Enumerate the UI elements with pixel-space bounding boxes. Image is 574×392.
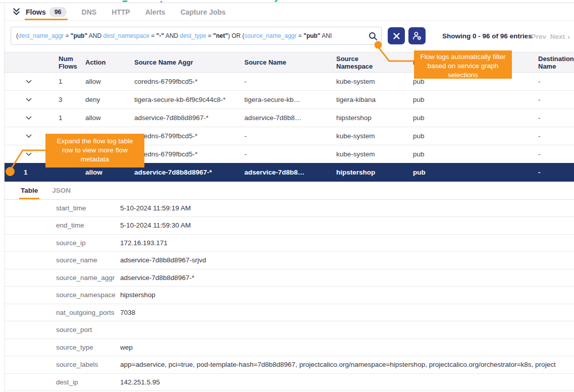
field-key: start_time (5, 204, 120, 212)
cell-source-name-aggr: adservice-7d8b8d8967-* (134, 163, 244, 182)
field-value: adservice-7d8b8d8967-* (120, 274, 574, 282)
field-key: source_name_aggr (5, 274, 120, 282)
field-key: source_name (5, 256, 120, 264)
collapse-panel-button[interactable] (12, 4, 21, 20)
filter-query-input[interactable]: (dest_name_aggr = "pub" AND dest_namespa… (11, 27, 382, 45)
field-value: 5-10-2024 11:59:19 AM (120, 204, 574, 212)
query-segment-plain: AND (87, 32, 103, 39)
cell-source-namespace: kube-system (336, 73, 413, 91)
person-gear-icon (412, 31, 422, 41)
next-page-button[interactable]: Next › (550, 32, 570, 41)
flow-row[interactable]: 1allowadservice-7d8b8d8967-*adservice-7d… (5, 109, 574, 127)
clear-filter-button[interactable] (388, 27, 405, 44)
detail-tab-table[interactable]: Table (21, 182, 38, 199)
detail-field-row: source_name_aggradservice-7d8b8d8967-* (5, 269, 574, 287)
row-expand-chevron[interactable] (5, 109, 59, 127)
chevron-down-icon (26, 150, 32, 158)
cell-destination-name: - (538, 163, 574, 182)
cell-action: allow (85, 109, 134, 127)
field-key: source_port (5, 326, 120, 333)
x-icon (393, 33, 400, 39)
results-count: Showing 0 - 96 of 96 entries (442, 32, 532, 40)
double-chevron-down-icon (12, 7, 21, 17)
detail-field-row: source_namespacehipstershop (5, 287, 574, 304)
cell-action: deny (85, 91, 134, 109)
clipped-graph-artifact (275, 0, 278, 2)
clipped-content-strip (0, 0, 574, 3)
query-segment-plain: = (64, 32, 71, 39)
col-header-label: Num Flows (59, 55, 85, 70)
field-key: dest_ip (5, 378, 120, 386)
col-header-source-name-aggr: Source Name Aggr (134, 52, 244, 73)
tab-label: DNS (82, 8, 97, 16)
col-header-label: Source Namespace (336, 55, 379, 70)
col-header-source-name: Source Name (244, 52, 336, 73)
row-expand-chevron[interactable] (5, 73, 59, 91)
chevron-right-icon: › (567, 32, 570, 41)
col-header-destination-name: Destination Name (538, 52, 574, 73)
cell-source-namespace: kube-system (336, 145, 413, 163)
field-key: end_time (5, 221, 120, 229)
cell-source-name-aggr: adservice-7d8b8d8967-* (134, 109, 244, 127)
active-tab-underline (25, 19, 68, 20)
detail-field-row: source_ip172.16.193.171 (5, 235, 574, 252)
field-key: source_type (5, 344, 120, 351)
query-segment-value: "pub" (303, 32, 320, 39)
field-value: 142.251.5.95 (120, 378, 574, 386)
query-segment-field: dest_type (180, 32, 206, 39)
field-value: adservice-7d8b8d8967-srjvd (120, 256, 574, 264)
tab-label: HTTP (112, 8, 130, 16)
search-icon[interactable] (369, 32, 378, 42)
field-key: source_ip (5, 239, 120, 247)
tab-flows[interactable]: Flows96 (26, 4, 67, 20)
prev-page-button[interactable]: ‹ Prev (526, 32, 546, 41)
flow-row[interactable]: 3denytigera-secure-kb-6f9c9c44c8-*tigera… (5, 91, 574, 109)
cell-source-namespace: hipstershop (336, 163, 413, 182)
tab-http[interactable]: HTTP (112, 4, 130, 20)
cell-source-name: adservice-7d8b8… (244, 109, 336, 127)
cell-action: allow (85, 73, 134, 91)
flow-logs-screen: Flows96DNSHTTPAlertsCapture Jobs (dest_n… (0, 0, 574, 392)
query-segment-plain: = (297, 32, 304, 39)
row-expand-chevron[interactable] (5, 91, 59, 109)
field-key: source_namespace (5, 291, 120, 299)
field-key: nat_outgoing_ports (5, 309, 120, 316)
field-key: source_labels (5, 361, 120, 368)
user-settings-button[interactable] (408, 27, 426, 44)
callout-expand-note: Expand the flow log table row to view mo… (45, 134, 144, 167)
chevron-down-icon (26, 78, 32, 85)
col-header-label: Destination Name (538, 55, 574, 70)
cell-destination-name: - (538, 73, 574, 91)
cell-num-flows: 1 (59, 73, 85, 91)
chevron-left-icon: ‹ (526, 32, 529, 41)
col-header-action: Action (85, 52, 134, 73)
clipped-graph-artifact (161, 1, 162, 3)
cell-dest-name-aggr: pub (413, 163, 538, 182)
col-header-expand (5, 52, 59, 73)
detail-field-row: source_labelsapp=adservice, pci=true, po… (5, 356, 574, 374)
tab-alerts[interactable]: Alerts (145, 4, 166, 20)
tab-dns[interactable]: DNS (82, 4, 97, 20)
prev-label: Prev (531, 33, 546, 40)
detail-tab-json[interactable]: JSON (52, 182, 71, 199)
detail-field-row: dest_ip142.251.5.95 (5, 374, 574, 391)
tab-list: Flows96DNSHTTPAlertsCapture Jobs (26, 4, 241, 20)
query-segment-plain: ANI (321, 32, 332, 39)
log-type-tabbar: Flows96DNSHTTPAlertsCapture Jobs (5, 4, 574, 21)
cell-source-namespace: hipstershop (336, 109, 413, 127)
detail-tab-label: Table (21, 187, 38, 194)
cell-num-flows: 1 (59, 109, 85, 127)
tab-capture-jobs[interactable]: Capture Jobs (180, 4, 225, 20)
detail-field-row: source_typewep (5, 339, 574, 357)
active-detail-tab-underline (19, 198, 39, 199)
detail-field-row: end_time5-10-2024 11:59:30 AM (5, 217, 574, 235)
query-segment-plain: AND (164, 32, 180, 39)
pagination: ‹ Prev Next › (526, 32, 570, 41)
col-header-label: Source Name Aggr (134, 59, 193, 66)
cell-source-name: adservice-7d8b8… (244, 163, 336, 182)
callout-filter-note: Flow logs automatically filter based on … (414, 50, 512, 79)
field-value: hipstershop (120, 291, 574, 299)
tab-label: Capture Jobs (180, 8, 225, 16)
detail-field-row: nat_outgoing_ports7038 (5, 304, 574, 322)
query-segment-field: dest_name_aggr (18, 32, 64, 39)
